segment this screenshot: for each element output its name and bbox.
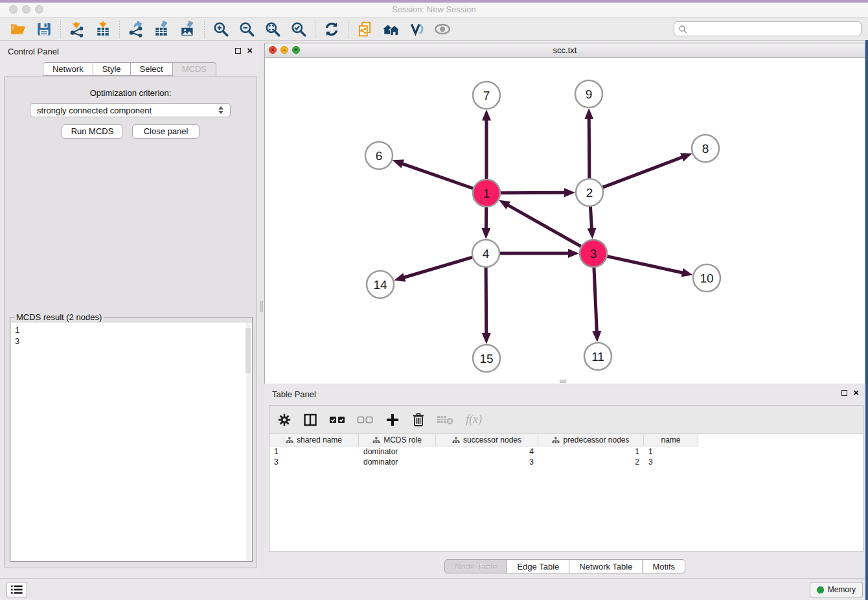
refresh-view-icon[interactable] bbox=[323, 20, 341, 38]
graph-node-label-15: 15 bbox=[479, 352, 493, 365]
graph-edge-3-10[interactable] bbox=[607, 257, 682, 273]
mcds-panel: Optimization criterion: strongly connect… bbox=[4, 76, 257, 568]
graph-edge-2-8[interactable] bbox=[603, 157, 683, 187]
tab-style[interactable]: Style bbox=[93, 62, 131, 76]
window-title: Session: New Session bbox=[0, 5, 868, 14]
pane-layout-icon[interactable] bbox=[303, 411, 318, 429]
criterion-dropdown[interactable]: strongly connected component bbox=[30, 103, 231, 117]
import-network-icon[interactable] bbox=[68, 20, 86, 38]
tab-mcds[interactable]: MCDS bbox=[173, 62, 216, 76]
close-table-panel-icon[interactable]: × bbox=[853, 389, 859, 396]
tab-motifs[interactable]: Motifs bbox=[643, 559, 685, 573]
save-session-icon[interactable] bbox=[35, 20, 53, 38]
toolbar-separator bbox=[348, 21, 348, 38]
home-layout-icon[interactable] bbox=[382, 20, 400, 38]
search-field[interactable] bbox=[674, 21, 862, 36]
search-input[interactable] bbox=[687, 25, 861, 34]
network-graph[interactable]: 1234678910111415 bbox=[265, 58, 865, 384]
graph-edge-3-11[interactable] bbox=[594, 268, 597, 332]
mcds-result-list: 1 3 bbox=[11, 323, 252, 561]
table-frame: f(x) shared name MCDS role successor nod… bbox=[269, 405, 863, 552]
close-panel-button[interactable]: Close panel bbox=[132, 124, 200, 139]
memory-label: Memory bbox=[828, 585, 856, 594]
table-toolbar: f(x) bbox=[269, 406, 863, 434]
table-tabs: Node Table Edge Table Network Table Moti… bbox=[264, 559, 865, 573]
mcds-result-line: 3 bbox=[15, 336, 252, 347]
graph-node-label-3: 3 bbox=[590, 247, 597, 260]
show-panels-button[interactable] bbox=[6, 582, 27, 597]
tab-network-table[interactable]: Network Table bbox=[569, 559, 643, 573]
zoom-fit-icon[interactable] bbox=[264, 20, 282, 38]
table-panel-title: Table Panel bbox=[272, 389, 316, 399]
cell-name: 3 bbox=[644, 457, 698, 467]
run-mcds-button[interactable]: Run MCDS bbox=[62, 124, 123, 139]
canvas-scroll-nub[interactable] bbox=[560, 380, 566, 383]
tab-node-table[interactable]: Node Table bbox=[444, 559, 508, 573]
graph-node-label-14: 14 bbox=[373, 278, 387, 292]
table-rows: 1 dominator 4 1 1 3 dominator 3 2 3 bbox=[269, 446, 863, 467]
result-scrollbar[interactable] bbox=[246, 323, 251, 561]
export-table-icon[interactable] bbox=[153, 20, 171, 38]
function-builder-icon: f(x) bbox=[466, 411, 482, 429]
graph-edge-3-1[interactable] bbox=[508, 205, 581, 247]
cell-mcds-role: dominator bbox=[359, 446, 436, 457]
search-icon bbox=[678, 25, 687, 34]
deselect-all-columns-icon[interactable] bbox=[357, 411, 374, 429]
column-header-mcds-role[interactable]: MCDS role bbox=[359, 434, 436, 446]
select-all-columns-icon[interactable] bbox=[329, 411, 346, 429]
control-panel: Control Panel × Network Style Select MCD… bbox=[0, 43, 259, 575]
graph-edge-4-14[interactable] bbox=[404, 257, 472, 277]
titlebar: Session: New Session bbox=[0, 3, 868, 17]
export-network-icon[interactable] bbox=[127, 20, 145, 38]
column-header-shared-name[interactable]: shared name bbox=[269, 434, 359, 446]
table-row[interactable]: 3 dominator 3 2 3 bbox=[269, 457, 863, 467]
cell-mcds-role: dominator bbox=[359, 457, 436, 467]
column-header-successor-nodes[interactable]: successor nodes bbox=[436, 434, 538, 446]
delete-table-icon bbox=[437, 411, 455, 429]
splitter-handle[interactable] bbox=[260, 301, 263, 312]
graph-node-label-9: 9 bbox=[586, 87, 593, 101]
tab-select[interactable]: Select bbox=[131, 62, 173, 76]
tab-edge-table[interactable]: Edge Table bbox=[507, 559, 569, 573]
graph-node-label-6: 6 bbox=[376, 149, 383, 163]
column-header-name[interactable]: name bbox=[644, 434, 698, 446]
network-window-titlebar[interactable]: × − + scc.txt bbox=[265, 43, 865, 58]
graph-node-label-2: 2 bbox=[586, 186, 593, 200]
graph-edge-1-6[interactable] bbox=[402, 164, 473, 189]
graph-edge-2-3[interactable] bbox=[590, 207, 591, 229]
criterion-dropdown-value: strongly connected component bbox=[37, 106, 152, 115]
add-row-icon[interactable] bbox=[385, 411, 400, 429]
app-window: Session: New Session bbox=[0, 0, 868, 600]
network-canvas[interactable]: 1234678910111415 bbox=[265, 58, 865, 384]
delete-row-icon[interactable] bbox=[411, 411, 426, 429]
desktop-edge bbox=[865, 40, 868, 600]
graph-node-label-10: 10 bbox=[700, 271, 713, 285]
cell-successor-nodes: 3 bbox=[436, 457, 538, 467]
export-image-icon[interactable] bbox=[179, 20, 197, 38]
float-table-panel-icon[interactable] bbox=[841, 390, 847, 396]
memory-button[interactable]: Memory bbox=[810, 582, 863, 597]
close-panel-icon[interactable]: × bbox=[247, 47, 253, 54]
tab-network[interactable]: Network bbox=[43, 62, 93, 76]
memory-status-icon bbox=[817, 586, 824, 594]
zoom-in-icon[interactable] bbox=[212, 20, 230, 38]
status-bar: Memory bbox=[0, 578, 868, 600]
main-toolbar bbox=[0, 17, 868, 41]
list-icon bbox=[11, 585, 23, 594]
column-header-predecessor-nodes[interactable]: predecessor nodes bbox=[538, 434, 644, 446]
vertical-splitter[interactable] bbox=[259, 43, 264, 575]
toolbar-separator bbox=[60, 21, 61, 38]
import-table-icon[interactable] bbox=[94, 20, 112, 38]
table-row[interactable]: 1 dominator 4 1 1 bbox=[269, 446, 863, 457]
graph-node-label-8: 8 bbox=[702, 142, 709, 156]
float-panel-icon[interactable] bbox=[235, 48, 241, 54]
zoom-out-icon[interactable] bbox=[238, 20, 256, 38]
graph-edge-1-2[interactable] bbox=[501, 192, 565, 193]
graph-edge-4-15[interactable] bbox=[486, 268, 486, 334]
column-settings-icon[interactable] bbox=[277, 411, 291, 429]
zoom-selected-icon[interactable] bbox=[290, 20, 308, 38]
open-session-icon[interactable] bbox=[9, 20, 27, 38]
graphics-details-icon[interactable] bbox=[407, 20, 426, 38]
graph-edge-2-9[interactable] bbox=[589, 119, 589, 178]
clone-network-icon[interactable] bbox=[356, 20, 374, 38]
